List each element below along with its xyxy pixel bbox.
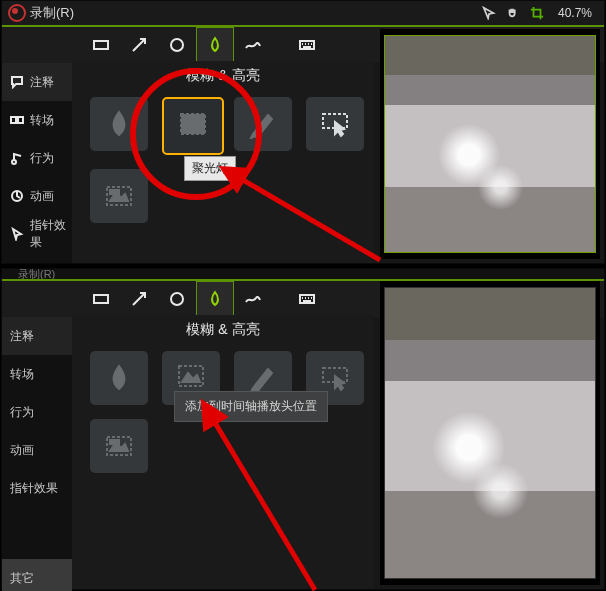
section-title: 模糊 & 高亮 (72, 61, 374, 91)
effect-pixelate[interactable] (90, 169, 148, 223)
zoom-level[interactable]: 40.7% (552, 4, 598, 22)
sidebar-item-other[interactable]: 其它 (2, 559, 72, 591)
sidebar-item-cursor-effects[interactable]: 指针效果 (2, 215, 72, 253)
svg-rect-11 (110, 190, 114, 194)
sidebar-item-annotations[interactable]: 注释 (2, 63, 72, 101)
transitions-icon (10, 113, 24, 127)
sidebar-item-label: 转场 (10, 366, 34, 383)
sidebar-item-label: 行为 (10, 404, 34, 421)
sidebar-item-label: 注释 (30, 74, 54, 91)
effects-panel: 模糊 & 高亮 (72, 315, 374, 589)
titlebar-remnant: 录制(R) (2, 269, 604, 279)
sidebar-item-label: 动画 (10, 442, 34, 459)
sidebar-item-label: 注释 (10, 328, 34, 345)
sidebar-item-transitions[interactable]: 转场 (2, 355, 72, 393)
crop-icon[interactable] (528, 4, 546, 22)
sidebar-item-label: 转场 (30, 112, 54, 129)
svg-rect-20 (110, 440, 114, 444)
callout-tool-icon[interactable] (82, 281, 120, 317)
blur-highlight-tool-icon[interactable] (196, 27, 234, 63)
animations-icon (10, 189, 24, 203)
sidebar: 媒体 注释 转场 行为 动画 指针效果 其它 (2, 279, 73, 589)
sidebar-item-behaviors[interactable]: 行为 (2, 139, 72, 177)
sketch-tool-icon[interactable] (234, 281, 272, 317)
cursor-icon (10, 227, 24, 241)
svg-rect-5 (94, 41, 108, 49)
sidebar-item-label: 行为 (30, 150, 54, 167)
sidebar-item-behaviors[interactable]: 行为 (2, 393, 72, 431)
sidebar-item-annotations[interactable]: 注释 (2, 317, 72, 355)
effect-spotlight[interactable] (162, 97, 224, 155)
svg-rect-2 (18, 117, 23, 123)
sidebar-item-transitions[interactable]: 转场 (2, 101, 72, 139)
sidebar-item-label: 指针效果 (30, 217, 72, 251)
effect-pixelate[interactable] (90, 419, 148, 473)
svg-rect-14 (94, 295, 108, 303)
svg-rect-1 (11, 117, 16, 123)
effect-blur[interactable] (90, 351, 148, 405)
app-title: 录制(R) (30, 4, 74, 22)
effect-highlight[interactable] (234, 97, 292, 151)
keyboard-tool-icon[interactable] (288, 27, 326, 63)
effect-add-tooltip: 添加到时间轴播放头位置 (174, 391, 328, 422)
shape-tool-icon[interactable] (158, 27, 196, 63)
sidebar-item-label: 动画 (30, 188, 54, 205)
preview-image[interactable] (384, 287, 596, 579)
svg-rect-12 (115, 190, 119, 194)
sidebar-item-animations[interactable]: 动画 (2, 177, 72, 215)
keyboard-tool-icon[interactable] (288, 281, 326, 317)
blur-highlight-tool-icon[interactable] (196, 281, 234, 317)
sidebar-item-cursor-effects[interactable]: 指针效果 (2, 469, 72, 507)
sketch-tool-icon[interactable] (234, 27, 272, 63)
effect-blur[interactable] (90, 97, 148, 151)
sidebar-item-label: 其它 (10, 570, 34, 587)
record-icon (8, 4, 26, 22)
annotation-icon (10, 75, 24, 89)
toolbar-right: 40.7% (480, 1, 598, 25)
sidebar-item-label: 指针效果 (10, 480, 58, 497)
titlebar: 录制(R) 40.7% (2, 1, 604, 25)
behaviors-icon (10, 151, 24, 165)
effect-tooltip: 聚光灯 (184, 156, 236, 181)
preview-pane (380, 281, 600, 585)
hand-icon[interactable] (504, 4, 522, 22)
arrow-tool-icon[interactable] (120, 27, 158, 63)
svg-point-15 (171, 293, 183, 305)
pointer-icon[interactable] (480, 4, 498, 22)
arrow-tool-icon[interactable] (120, 281, 158, 317)
svg-rect-21 (115, 440, 119, 444)
preview-image[interactable] (384, 35, 596, 253)
svg-point-6 (171, 39, 183, 51)
section-title: 模糊 & 高亮 (72, 315, 374, 345)
effect-interactive-hotspot[interactable] (306, 97, 364, 151)
svg-point-3 (12, 160, 16, 164)
preview-pane (380, 29, 600, 259)
callout-tool-icon[interactable] (82, 27, 120, 63)
sidebar-item-animations[interactable]: 动画 (2, 431, 72, 469)
shape-tool-icon[interactable] (158, 281, 196, 317)
